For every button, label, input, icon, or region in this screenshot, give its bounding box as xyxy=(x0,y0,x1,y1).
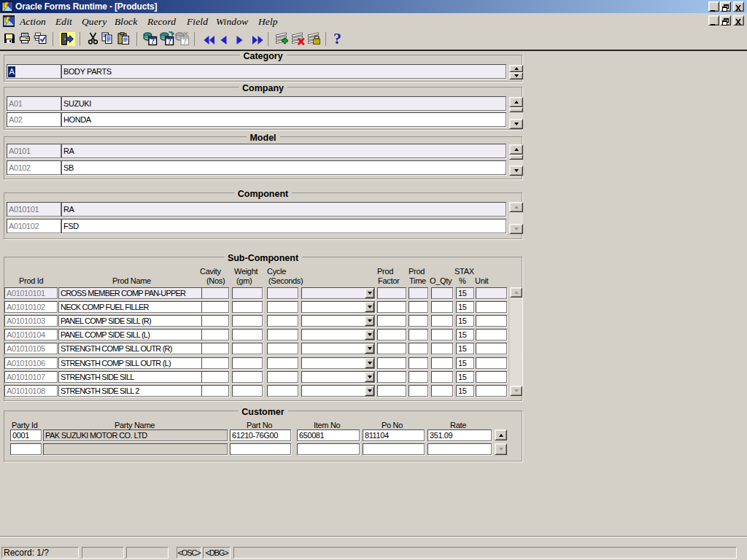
svg-text:?: ? xyxy=(168,37,171,45)
svg-text:?: ? xyxy=(151,37,155,45)
svg-text:?: ? xyxy=(183,37,187,45)
